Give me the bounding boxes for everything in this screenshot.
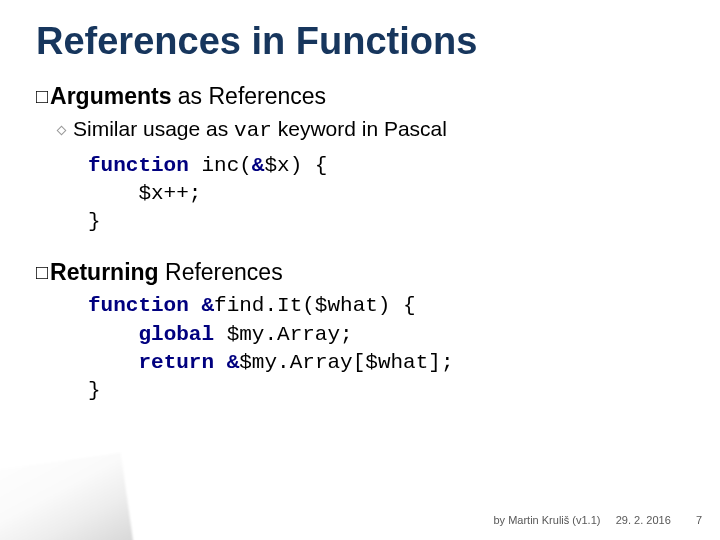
code-ret-2a: [88, 323, 138, 346]
kw-global: global: [138, 323, 214, 346]
code-returning: function &find.It($what) { global $my.Ar…: [88, 292, 684, 405]
sub-arg-code: var: [234, 119, 272, 142]
code-ret-2c: $my.Array;: [214, 323, 353, 346]
footer: by Martin Kruliš (v1.1) 29. 2. 2016 7: [493, 514, 702, 526]
kw-function: function: [88, 154, 189, 177]
slide-title: References in Functions: [36, 20, 684, 63]
heading-returning-rest: References: [159, 259, 283, 285]
sub-arg-pre: Similar usage as: [73, 117, 234, 140]
sub-arg-post: keyword in Pascal: [272, 117, 447, 140]
slide: References in Functions □Arguments as Re…: [0, 0, 720, 540]
footer-date: 29. 2. 2016: [616, 514, 671, 526]
code-ret-3a: [88, 351, 138, 374]
bullet-icon: □: [36, 262, 48, 285]
code-ret-1d: find.It($what) {: [214, 294, 416, 317]
code-ret-4: }: [88, 379, 101, 402]
corner-shadow: [0, 453, 137, 540]
kw-amp: &: [252, 154, 265, 177]
kw-return: return: [138, 351, 214, 374]
code-arg-1b: inc(: [189, 154, 252, 177]
section-returning: □Returning References function &find.It(…: [36, 259, 684, 406]
heading-arguments-bold: Arguments: [50, 83, 171, 109]
heading-arguments: □Arguments as References: [36, 83, 684, 111]
code-arg-1d: $x) {: [264, 154, 327, 177]
footer-credit: by Martin Kruliš (v1.1): [493, 514, 600, 526]
kw-amp: &: [227, 351, 240, 374]
bullet-icon: □: [36, 86, 48, 109]
footer-page: 7: [696, 514, 702, 526]
code-ret-3c: [214, 351, 227, 374]
heading-returning-bold: Returning: [50, 259, 159, 285]
code-arguments: function inc(&$x) { $x++; }: [88, 152, 684, 237]
code-ret-1b: [189, 294, 202, 317]
sub-arguments: Similar usage as var keyword in Pascal: [58, 117, 684, 142]
code-arg-2: $x++;: [88, 182, 201, 205]
heading-returning: □Returning References: [36, 259, 684, 287]
kw-function: function: [88, 294, 189, 317]
heading-arguments-rest: as References: [171, 83, 326, 109]
code-arg-3: }: [88, 210, 101, 233]
section-arguments: □Arguments as References Similar usage a…: [36, 83, 684, 237]
diamond-icon: [57, 125, 67, 135]
kw-amp: &: [201, 294, 214, 317]
code-ret-3e: $my.Array[$what];: [239, 351, 453, 374]
